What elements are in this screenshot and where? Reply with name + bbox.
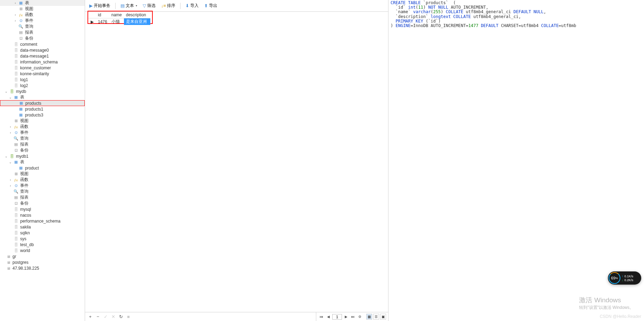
data-grid[interactable]: id name description ▶ 1476 小猫 是来自亚洲 — [89, 12, 150, 25]
expand-icon[interactable] — [13, 107, 17, 111]
expand-icon[interactable] — [8, 137, 12, 141]
expand-icon[interactable] — [8, 219, 12, 223]
expand-icon[interactable] — [13, 36, 17, 41]
expand-icon[interactable]: › — [8, 131, 12, 135]
prev-page-button[interactable]: ◀ — [325, 314, 331, 320]
tree-item-事件[interactable]: ›⊙事件 — [0, 18, 85, 24]
sort-button[interactable]: ↓≡排序 — [159, 2, 177, 10]
expand-icon[interactable] — [8, 119, 12, 123]
filter-button[interactable]: ▽筛选 — [141, 2, 158, 10]
text-button[interactable]: ▤文本▾ — [118, 2, 139, 10]
expand-icon[interactable] — [8, 201, 12, 206]
apply-button[interactable]: ✓ — [102, 314, 109, 320]
tree-item-备份[interactable]: ⊡备份 — [0, 147, 85, 153]
expand-icon[interactable] — [8, 48, 12, 52]
expand-icon[interactable]: ⌄ — [8, 160, 12, 164]
expand-icon[interactable] — [8, 190, 12, 194]
tree-item-log1[interactable]: 🗄log1 — [0, 77, 85, 83]
page-input[interactable] — [332, 314, 342, 320]
tree-item-备份[interactable]: ⊡备份 — [0, 35, 85, 41]
tree-item-表[interactable]: ⌄▦表 — [0, 159, 85, 165]
tree-item-products3[interactable]: ▦products3 — [0, 112, 85, 118]
col-description[interactable]: description — [124, 12, 150, 18]
import-button[interactable]: ⬇导入 — [183, 2, 201, 10]
expand-icon[interactable]: › — [8, 184, 12, 188]
expand-icon[interactable]: › — [13, 13, 17, 17]
form-view-button[interactable]: ☰ — [373, 314, 379, 320]
tree-item-nacos[interactable]: 🗄nacos — [0, 212, 85, 218]
tree-item-函数[interactable]: ›ƒx函数 — [0, 124, 85, 130]
tree-item-konne_customer[interactable]: 🗄konne_customer — [0, 65, 85, 71]
tree-item-products1[interactable]: ▦products1 — [0, 106, 85, 112]
expand-icon[interactable] — [13, 166, 17, 170]
card-view-button[interactable]: ▣ — [380, 314, 386, 320]
cancel-button[interactable]: ✕ — [110, 314, 116, 320]
expand-icon[interactable] — [8, 207, 12, 211]
first-page-button[interactable]: ⏮ — [318, 314, 324, 320]
expand-icon[interactable] — [14, 101, 18, 105]
tree-item-表[interactable]: ⌄▦表 — [0, 94, 85, 100]
tree-item-报表[interactable]: ▤报表 — [0, 194, 85, 200]
tree-item-products[interactable]: ▦products — [0, 100, 85, 106]
expand-icon[interactable] — [8, 84, 12, 88]
expand-icon[interactable] — [8, 225, 12, 229]
expand-icon[interactable] — [1, 260, 5, 264]
sidebar[interactable]: ›▦表⊞视图›ƒx函数›⊙事件🔍查询▤报表⊡备份🗄comment🗄data-me… — [0, 0, 85, 321]
expand-icon[interactable] — [1, 266, 5, 270]
col-id[interactable]: id — [96, 12, 109, 18]
last-page-button[interactable]: ⏭ — [350, 314, 356, 320]
tree-item-47.98.138.225[interactable]: 🖥47.98.138.225 — [0, 265, 85, 271]
refresh-button[interactable]: ↻ — [118, 314, 124, 320]
tree-item-查询[interactable]: 🔍查询 — [0, 136, 85, 141]
expand-icon[interactable] — [13, 25, 17, 29]
expand-icon[interactable]: ⌄ — [4, 89, 8, 94]
tree-item-data-message0[interactable]: 🗄data-message0 — [0, 47, 85, 53]
tree-item-视图[interactable]: ⊞视图 — [0, 171, 85, 177]
tree-item-表[interactable]: ›▦表 — [0, 0, 85, 6]
tree-item-mysql[interactable]: 🗄mysql — [0, 206, 85, 212]
tree-item-sakila[interactable]: 🗄sakila — [0, 224, 85, 230]
expand-icon[interactable] — [8, 148, 12, 153]
tree-item-事件[interactable]: ›⊙事件 — [0, 183, 85, 189]
tree-item-报表[interactable]: ▤报表 — [0, 141, 85, 147]
expand-icon[interactable]: ⌄ — [8, 95, 12, 99]
tree-item-视图[interactable]: ⊞视图 — [0, 6, 85, 12]
tree-item-事件[interactable]: ›⊙事件 — [0, 130, 85, 136]
tree-item-comment[interactable]: 🗄comment — [0, 41, 85, 47]
ddl-pane[interactable]: CREATE TABLE `products` ( `id` int(11) N… — [388, 0, 644, 321]
expand-icon[interactable]: › — [13, 19, 17, 23]
delete-row-button[interactable]: − — [95, 314, 101, 320]
expand-icon[interactable] — [1, 254, 5, 259]
expand-icon[interactable] — [8, 237, 12, 241]
tree-item-备份[interactable]: ⊡备份 — [0, 200, 85, 206]
network-monitor-widget[interactable]: 69% ↑0.1K/s ↓0.2K/s — [608, 271, 641, 285]
expand-icon[interactable] — [8, 78, 12, 82]
cell-name[interactable]: 小猫 — [109, 18, 124, 25]
tree-item-data-message1[interactable]: 🗄data-message1 — [0, 53, 85, 59]
expand-icon[interactable] — [8, 213, 12, 217]
expand-icon[interactable]: › — [8, 125, 12, 129]
tree-item-视图[interactable]: ⊞视图 — [0, 118, 85, 124]
cell-id[interactable]: 1476 — [96, 18, 109, 25]
expand-icon[interactable] — [8, 60, 12, 64]
expand-icon[interactable] — [8, 42, 12, 46]
expand-icon[interactable] — [13, 113, 17, 117]
export-button[interactable]: ⬆导出 — [202, 2, 219, 10]
col-name[interactable]: name — [109, 12, 124, 18]
expand-icon[interactable] — [8, 54, 12, 58]
tree-item-mydb1[interactable]: ⌄🗄mydb1 — [0, 153, 85, 159]
tree-item-product[interactable]: ▦product — [0, 165, 85, 171]
expand-icon[interactable]: › — [13, 1, 17, 5]
tree-item-函数[interactable]: ›ƒx函数 — [0, 12, 85, 18]
expand-icon[interactable] — [13, 7, 17, 11]
tree-item-mydb[interactable]: ⌄🗄mydb — [0, 88, 85, 94]
tree-item-postgres[interactable]: 🖥postgres — [0, 259, 85, 265]
expand-icon[interactable] — [8, 243, 12, 247]
next-page-button[interactable]: ▶ — [343, 314, 349, 320]
tree-item-test_db[interactable]: 🗄test_db — [0, 242, 85, 248]
tree-item-函数[interactable]: ›ƒx函数 — [0, 177, 85, 183]
tree-item-sqlkn[interactable]: 🗄sqlkn — [0, 230, 85, 236]
expand-icon[interactable] — [8, 142, 12, 147]
add-row-button[interactable]: + — [87, 314, 93, 320]
tree-item-log2[interactable]: 🗄log2 — [0, 83, 85, 88]
